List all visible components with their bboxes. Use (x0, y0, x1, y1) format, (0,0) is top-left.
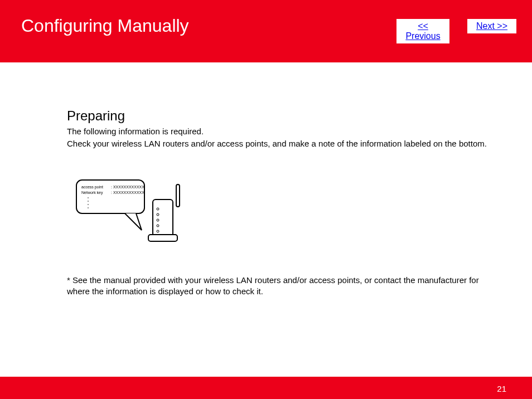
illus-label-networkkey: Network key (81, 191, 103, 195)
next-button[interactable]: Next >> (467, 19, 516, 33)
illus-mask-1: : XXXXXXXXXXXX (111, 185, 144, 189)
svg-point-3 (88, 204, 89, 205)
illus-label-accesspoint: access point (81, 185, 103, 189)
illus-mask-2: : XXXXXXXXXXXX (111, 191, 144, 194)
svg-rect-5 (153, 199, 173, 236)
page-number: 21 (497, 384, 506, 393)
svg-point-1 (88, 197, 89, 198)
content-area: Preparing The following information is r… (0, 62, 532, 297)
footnote: * See the manual provided with your wire… (67, 275, 491, 298)
intro-line-1: The following information is required. (67, 126, 510, 137)
previous-button[interactable]: << Previous (396, 19, 449, 43)
header-bar: Configuring Manually << Previous Next >> (0, 0, 532, 62)
svg-rect-7 (176, 184, 180, 207)
svg-point-4 (88, 207, 89, 208)
svg-point-2 (88, 201, 89, 202)
router-label-illustration: access point : XXXXXXXXXXXX Network key … (75, 174, 186, 252)
page-title: Configuring Manually (21, 16, 189, 36)
section-heading: Preparing (67, 108, 510, 124)
intro-line-2: Check your wireless LAN routers and/or a… (67, 138, 510, 149)
svg-rect-6 (148, 235, 177, 241)
footer-bar: 21 (0, 377, 532, 399)
